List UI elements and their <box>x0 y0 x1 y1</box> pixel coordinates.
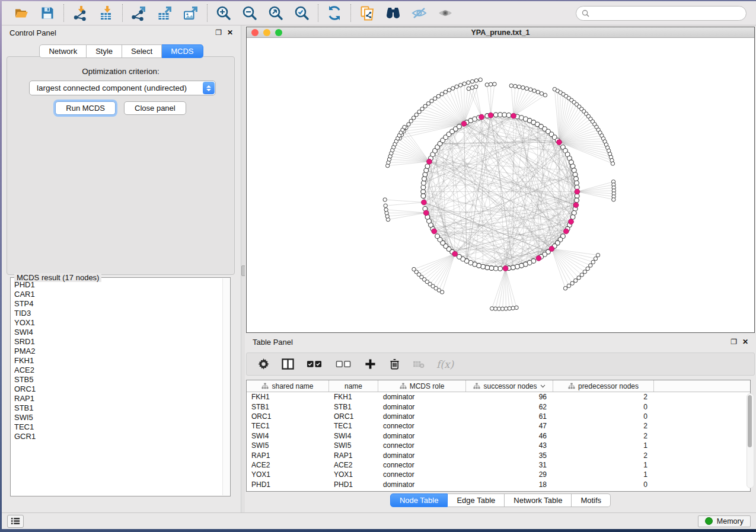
cell-MCDS-role[interactable]: connector <box>378 470 466 479</box>
cell-predecessor-nodes[interactable]: 1 <box>553 461 654 469</box>
cell-shared-name[interactable]: ACE2 <box>247 461 329 469</box>
zoom-fit-icon[interactable] <box>266 5 285 21</box>
float-panel-icon[interactable]: ❐ <box>215 29 222 36</box>
import-table-icon[interactable] <box>97 5 116 21</box>
export-image-icon[interactable] <box>181 5 200 21</box>
tab-network-table[interactable]: Network Table <box>505 493 572 507</box>
mcds-result-item[interactable]: ACE2 <box>14 366 222 375</box>
cell-successor-nodes[interactable]: 96 <box>466 393 553 401</box>
cell-successor-nodes[interactable]: 47 <box>466 422 553 430</box>
table-row[interactable]: PHD1PHD1dominator180 <box>247 480 750 489</box>
cell-successor-nodes[interactable]: 29 <box>466 470 553 479</box>
tab-motifs[interactable]: Motifs <box>572 493 611 507</box>
add-column-icon[interactable] <box>363 358 377 371</box>
cell-name[interactable]: FKH1 <box>329 393 378 401</box>
column-header-successor-nodes[interactable]: successor nodes <box>466 380 553 392</box>
table-row[interactable]: SWI4SWI4dominator462 <box>247 431 750 441</box>
cell-MCDS-role[interactable]: dominator <box>378 480 466 489</box>
mcds-result-item[interactable]: STB5 <box>14 375 222 384</box>
close-panel-icon[interactable]: ✕ <box>742 338 748 345</box>
close-panel-button[interactable]: Close panel <box>124 101 186 115</box>
mcds-result-item[interactable]: PMA2 <box>14 347 222 356</box>
cell-MCDS-role[interactable]: connector <box>378 422 466 430</box>
cell-predecessor-nodes[interactable]: 2 <box>553 432 654 440</box>
column-header-MCDS-role[interactable]: MCDS role <box>378 380 466 392</box>
mcds-result-item[interactable]: TEC1 <box>14 422 222 432</box>
table-row[interactable]: RAP1RAP1dominator352 <box>247 450 750 460</box>
cell-name[interactable]: ORC1 <box>329 412 378 421</box>
export-table-icon[interactable] <box>155 5 174 21</box>
table-row[interactable]: ACE2ACE2connector311 <box>247 460 750 470</box>
cell-shared-name[interactable]: PHD1 <box>247 480 329 489</box>
cell-shared-name[interactable]: STB1 <box>247 403 329 411</box>
close-window-icon[interactable] <box>251 29 259 36</box>
cell-predecessor-nodes[interactable]: 1 <box>553 470 654 479</box>
cell-name[interactable]: YOX1 <box>329 470 378 479</box>
cell-name[interactable]: STB1 <box>329 403 378 411</box>
show-all-icon[interactable] <box>436 5 455 21</box>
cell-predecessor-nodes[interactable]: 0 <box>553 412 654 421</box>
table-row[interactable]: TEC1TEC1connector472 <box>247 421 750 431</box>
tab-network[interactable]: Network <box>39 44 87 58</box>
cell-MCDS-role[interactable]: dominator <box>378 412 466 421</box>
cell-shared-name[interactable]: SWI5 <box>247 441 329 450</box>
cell-MCDS-role[interactable]: dominator <box>378 432 466 440</box>
mcds-result-item[interactable]: CAR1 <box>14 290 222 299</box>
import-network-icon[interactable] <box>71 5 90 21</box>
clone-network-icon[interactable] <box>358 5 377 21</box>
cell-successor-nodes[interactable]: 62 <box>466 403 553 411</box>
mcds-result-item[interactable]: PHD1 <box>14 280 222 290</box>
cell-predecessor-nodes[interactable]: 2 <box>553 451 654 460</box>
zoom-selected-icon[interactable] <box>292 5 311 21</box>
column-header-name[interactable]: name <box>329 380 378 392</box>
run-mcds-button[interactable]: Run MCDS <box>55 101 116 115</box>
table-row[interactable]: ORC1ORC1dominator610 <box>247 412 750 421</box>
minimize-window-icon[interactable] <box>263 29 270 36</box>
cell-name[interactable]: TEC1 <box>329 422 378 430</box>
cell-successor-nodes[interactable]: 43 <box>466 441 553 450</box>
delete-icon[interactable] <box>388 358 401 371</box>
tab-node-table[interactable]: Node Table <box>390 493 448 507</box>
column-header-shared-name[interactable]: shared name <box>247 380 329 392</box>
show-panels-button[interactable] <box>7 515 24 528</box>
cell-successor-nodes[interactable]: 46 <box>466 432 553 440</box>
cell-successor-nodes[interactable]: 35 <box>466 451 553 460</box>
close-panel-icon[interactable]: ✕ <box>227 29 233 36</box>
mcds-result-item[interactable]: STP4 <box>14 299 222 309</box>
cell-name[interactable]: RAP1 <box>329 451 378 460</box>
cell-shared-name[interactable]: YOX1 <box>247 470 329 479</box>
cell-shared-name[interactable]: TEC1 <box>247 422 329 430</box>
search-binoculars-icon[interactable] <box>384 5 403 21</box>
mcds-result-item[interactable]: YOX1 <box>14 318 222 328</box>
cell-MCDS-role[interactable]: connector <box>378 461 466 469</box>
mcds-result-item[interactable]: STB1 <box>14 403 222 413</box>
export-network-icon[interactable] <box>129 5 148 21</box>
tab-mcds[interactable]: MCDS <box>162 44 203 58</box>
mcds-result-item[interactable]: ORC1 <box>14 384 222 394</box>
mcds-result-item[interactable]: SRD1 <box>14 337 222 347</box>
cell-MCDS-role[interactable]: dominator <box>378 403 466 411</box>
open-file-icon[interactable] <box>12 5 31 21</box>
save-session-icon[interactable] <box>38 5 57 21</box>
cell-shared-name[interactable]: SWI4 <box>247 432 329 440</box>
zoom-window-icon[interactable] <box>275 29 282 36</box>
network-canvas[interactable] <box>247 38 754 332</box>
table-row[interactable]: FKH1FKH1dominator962 <box>247 392 750 402</box>
cell-MCDS-role[interactable]: dominator <box>378 393 466 401</box>
tab-style[interactable]: Style <box>87 44 122 58</box>
cell-predecessor-nodes[interactable]: 2 <box>553 422 654 430</box>
cell-predecessor-nodes[interactable]: 2 <box>553 393 654 401</box>
refresh-view-icon[interactable] <box>325 5 344 21</box>
mcds-result-item[interactable]: SWI4 <box>14 328 222 337</box>
column-header-predecessor-nodes[interactable]: predecessor nodes <box>553 380 654 392</box>
optimization-criterion-select[interactable]: largest connected component (undirected) <box>29 81 216 95</box>
gear-icon[interactable] <box>257 358 270 371</box>
table-row[interactable]: SWI5SWI5connector431 <box>247 441 750 450</box>
hide-selected-icon[interactable] <box>410 5 429 21</box>
cell-name[interactable]: ACE2 <box>329 461 378 469</box>
cell-MCDS-role[interactable]: connector <box>378 441 466 450</box>
search-box[interactable] <box>576 6 747 21</box>
cell-name[interactable]: PHD1 <box>329 480 378 489</box>
cell-predecessor-nodes[interactable]: 0 <box>553 480 654 489</box>
search-input[interactable] <box>593 8 741 18</box>
